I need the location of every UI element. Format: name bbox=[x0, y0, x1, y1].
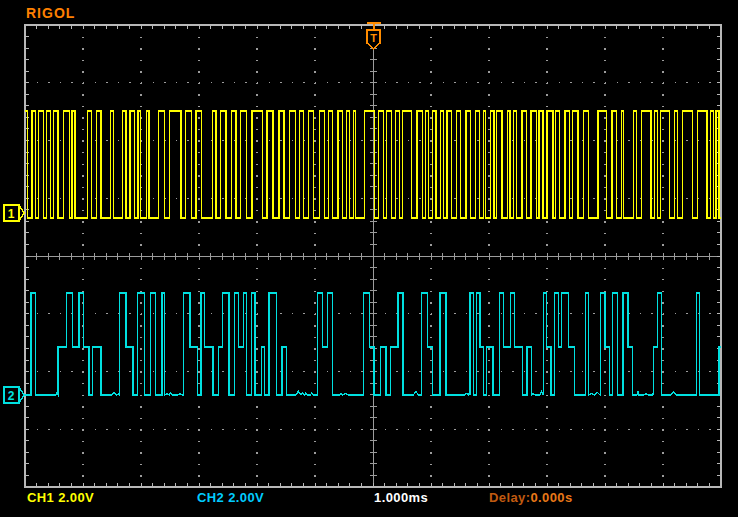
delay-label: Delay: bbox=[489, 490, 530, 505]
ch1-scale-readout: CH1 2.00V bbox=[27, 490, 94, 505]
delay-readout: Delay:0.000s bbox=[489, 490, 573, 505]
delay-value: 0.000s bbox=[530, 490, 572, 505]
ch2-ground-marker: 2 bbox=[4, 387, 24, 403]
status-bar: CH1 2.00V CH2 2.00V 1.000ms Delay:0.000s bbox=[0, 488, 738, 517]
timebase-readout: 1.000ms bbox=[374, 490, 428, 505]
graticule bbox=[25, 25, 721, 487]
ch2-scale-readout: CH2 2.00V bbox=[197, 490, 264, 505]
ch2-marker-digit: 2 bbox=[8, 389, 15, 403]
ch1-marker-digit: 1 bbox=[8, 207, 15, 221]
ch1-ground-marker: 1 bbox=[4, 205, 24, 221]
scope-display: T 1 2 bbox=[0, 0, 738, 517]
trigger-position-marker: T bbox=[367, 23, 381, 50]
trigger-marker-symbol: T bbox=[370, 32, 377, 44]
